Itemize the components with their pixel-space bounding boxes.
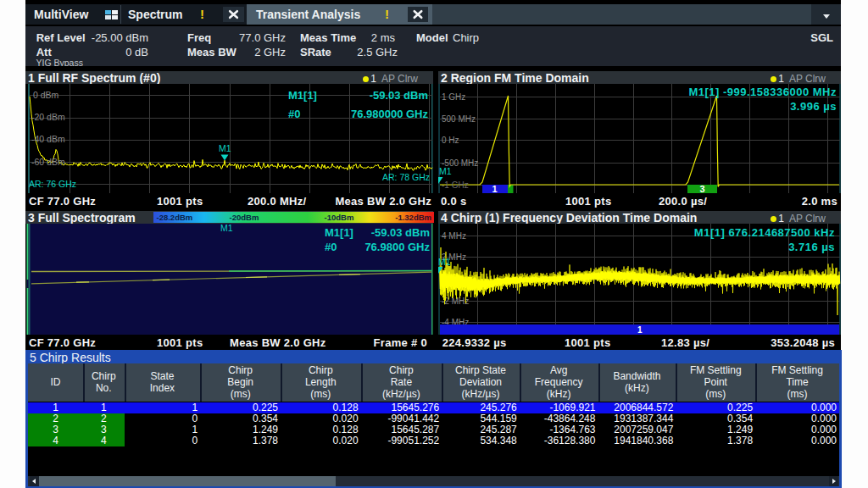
svg-text:3: 3 bbox=[700, 184, 705, 193]
svg-text:M1[1]: M1[1] bbox=[325, 226, 353, 239]
svg-text:3.996 µs: 3.996 µs bbox=[790, 100, 837, 113]
svg-text:M1: M1 bbox=[220, 224, 233, 233]
svg-text:1 GHz: 1 GHz bbox=[442, 92, 465, 102]
svg-text:1: 1 bbox=[637, 325, 643, 335]
svg-text:3.716 µs: 3.716 µs bbox=[788, 241, 835, 253]
svg-text:0 Hz: 0 Hz bbox=[442, 136, 459, 145]
svg-text:500 MHz: 500 MHz bbox=[442, 114, 476, 124]
svg-text:-1 GHz: -1 GHz bbox=[442, 180, 469, 190]
svg-text:-60 dBm: -60 dBm bbox=[31, 157, 65, 167]
svg-text:#0: #0 bbox=[325, 241, 337, 253]
svg-text:M1[1] -999.158336000 MHz: M1[1] -999.158336000 MHz bbox=[688, 86, 837, 98]
svg-text:#0: #0 bbox=[288, 108, 300, 120]
svg-text:-59.03 dBm: -59.03 dBm bbox=[371, 226, 430, 239]
svg-text:1: 1 bbox=[492, 184, 498, 193]
svg-text:M1: M1 bbox=[439, 166, 452, 176]
svg-text:76.9800 GHz: 76.9800 GHz bbox=[364, 241, 430, 253]
svg-text:76.980000 GHz: 76.980000 GHz bbox=[351, 108, 429, 120]
svg-text:M1: M1 bbox=[438, 257, 451, 267]
svg-text:0 dBm: 0 dBm bbox=[33, 90, 59, 100]
svg-text:-40 dBm: -40 dBm bbox=[31, 134, 65, 144]
svg-text:-20 dBm: -20 dBm bbox=[31, 112, 65, 122]
svg-text:M1[1]: M1[1] bbox=[288, 89, 317, 102]
svg-text:M1: M1 bbox=[219, 143, 231, 153]
svg-text:-59.03 dBm: -59.03 dBm bbox=[370, 89, 428, 102]
svg-text:AR: 76 GHz: AR: 76 GHz bbox=[29, 179, 76, 189]
svg-text:AR: 78 GHz: AR: 78 GHz bbox=[382, 172, 430, 182]
svg-text:M1[1] 676.214687500 kHz: M1[1] 676.214687500 kHz bbox=[694, 226, 835, 239]
svg-text:4 MHz: 4 MHz bbox=[442, 231, 466, 241]
